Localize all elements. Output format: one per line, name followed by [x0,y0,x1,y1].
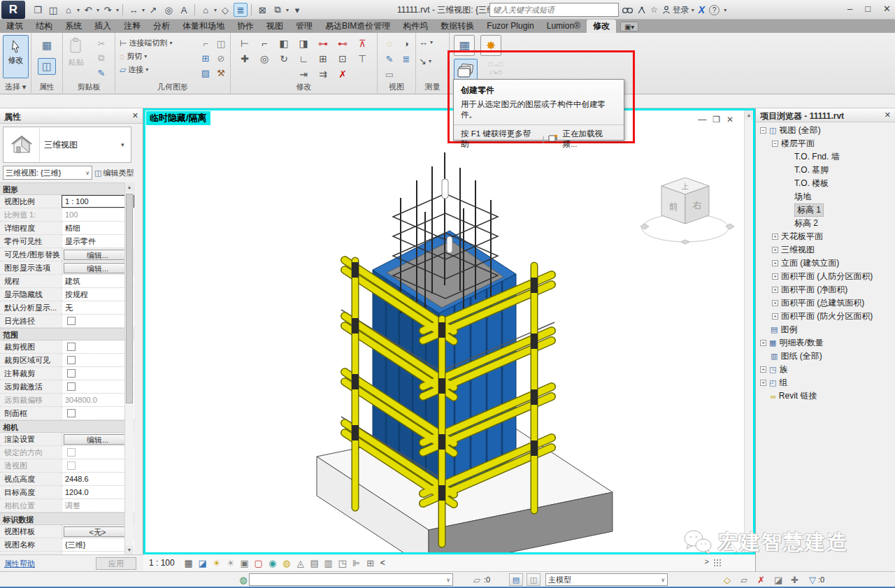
sun-path-icon[interactable]: ☀ [210,557,224,569]
scroll-down-icon[interactable]: ▼ [745,543,753,552]
displace-elements-icon[interactable]: ≣ [398,51,415,66]
tab-视图[interactable]: 视图 [260,20,289,33]
editing-requests-icon[interactable]: ▱ [470,573,484,586]
customize-qat-icon[interactable]: ▾ [290,3,304,17]
expand-view-control-icon[interactable]: < [380,558,385,568]
match-type-properties-icon[interactable]: ✎ [94,66,109,80]
tab-结构[interactable]: 结构 [29,20,59,33]
selection-filter-icon[interactable]: ▽ [806,573,819,586]
help-chevron-icon[interactable]: ▾ [724,7,726,13]
type-selector[interactable]: 三维视图 ▾ [3,127,131,163]
displace-elements-icon[interactable]: ◳ [336,557,350,569]
apply-button[interactable]: 应用 [96,557,136,570]
array-icon[interactable]: ⊞ [313,51,333,66]
reveal-constraints-icon[interactable]: ⊫ [350,557,364,569]
resize-grip[interactable] [713,559,722,567]
tab-管理[interactable]: 管理 [289,20,319,33]
tab-Fuzor Plugin[interactable]: Fuzor Plugin [480,20,540,33]
tab-Lumion®[interactable]: Lumion® [540,20,587,33]
active-workset-select[interactable]: ∨ [249,573,453,586]
expand-icon[interactable]: + [772,260,778,266]
view-scale-button[interactable]: 1 : 100 [149,558,175,568]
temporary-hide-isolate-icon[interactable]: ◉ [266,557,280,569]
switch-windows-icon[interactable]: ⧉ [271,3,285,17]
measure-icon[interactable]: ↗ [146,3,160,17]
property-value[interactable] [62,407,134,420]
drawing-area[interactable]: 上 前 右 临时隐藏/隔离 — ❐ ✕ ▲ ▼ [143,108,755,554]
measure-between-button[interactable]: ↔▾ [419,36,433,49]
section-icon[interactable]: ◇ [218,3,232,17]
override-graphics-icon[interactable]: ◑ [398,36,415,51]
section-header-相机[interactable]: 相机∧ [0,420,134,433]
view-restore-icon[interactable]: ❐ [713,115,720,124]
property-value[interactable]: 调整 [62,499,134,512]
cut-button[interactable]: ◌剪切▾ [120,50,172,63]
exchange-apps-icon[interactable]: X [699,4,705,15]
expand-icon[interactable]: + [760,366,766,373]
model-3d-view[interactable]: 上 前 右 [145,110,753,552]
split-face-icon[interactable]: ⊞ [198,51,213,65]
sync-with-central-icon-chevron[interactable]: ▾ [77,7,80,13]
properties-header[interactable]: 属性 [0,108,143,124]
tree-item-天花板平面[interactable]: +天花板平面 [757,230,894,243]
tree-item-明细表/数量[interactable]: +▦明细表/数量 [757,336,894,350]
edit-type-button[interactable]: ◫编辑类型 [94,166,139,180]
application-menu-button[interactable]: R [1,1,25,19]
checkbox[interactable] [67,409,76,417]
property-edit-button[interactable]: 编辑... [64,250,131,260]
tree-item-T.O. 基脚[interactable]: T.O. 基脚 [757,164,894,177]
default-3d-view-icon-chevron[interactable]: ▾ [214,7,217,13]
property-value[interactable]: 编辑... [62,261,134,274]
tree-item-T.O. Fnd. 墙[interactable]: T.O. Fnd. 墙 [757,150,894,164]
unpin-icon[interactable]: ⊼ [352,36,372,51]
collapse-icon[interactable]: − [760,127,766,134]
temporary-view-properties-icon[interactable]: ▤ [308,557,322,569]
minimize-button[interactable]: – [847,3,852,14]
tree-item-图纸 (全部)[interactable]: ▥图纸 (全部) [757,350,894,363]
favorites-icon[interactable]: ☆ [650,5,658,15]
property-value[interactable]: 1 : 100 [62,195,134,208]
paste-button[interactable]: 粘贴 [69,37,84,68]
type-properties-icon[interactable]: ◫ [38,58,56,75]
close-icon[interactable]: ✕ [885,110,891,120]
tab-体量和场地[interactable]: 体量和场地 [176,20,231,33]
modify-tool-button[interactable]: 修改 [3,35,29,78]
help-icon[interactable]: ? [709,5,719,15]
undo-icon-chevron[interactable]: ▾ [96,7,99,13]
scale-icon[interactable]: ⊡ [333,51,352,66]
tab-插入[interactable]: 插入 [88,20,117,33]
remove-paint-icon[interactable]: ⊘ [213,51,229,65]
drag-on-selection-icon[interactable]: ✚ [791,575,805,585]
section-header-范围[interactable]: 范围∧ [0,328,134,340]
sync-with-central-icon[interactable]: ⌂ [62,3,76,17]
section-header-图形[interactable]: 图形∧ [0,182,134,195]
sign-in[interactable]: 登录 ▾ [662,4,694,16]
tree-item-Revit 链接[interactable]: ∞Revit 链接 [757,389,894,403]
expand-icon[interactable]: + [772,287,778,293]
redo-icon-chevron[interactable]: ▾ [116,7,119,13]
select-underlay-icon[interactable]: ▱ [740,575,754,585]
collapse-icon[interactable]: − [772,141,778,147]
chevron-down-icon[interactable]: ▾ [121,141,131,148]
lock-3d-view-icon[interactable]: ⊞ [364,557,378,569]
tab-注释[interactable]: 注释 [117,20,147,33]
chevron-down-icon[interactable]: ▾ [144,53,147,59]
tree-item-楼层平面[interactable]: −楼层平面 [757,137,894,150]
property-value[interactable]: 编辑... [62,433,134,445]
project-browser-header[interactable]: 项目浏览器 - 11111.rvt [756,108,895,122]
view-vertical-scrollbar[interactable]: ▲ ▼ [744,110,753,552]
chevron-down-icon[interactable]: ▾ [145,66,148,73]
checkbox[interactable] [67,356,76,364]
aligned-dimension-icon[interactable]: ↔ [127,3,141,17]
properties-help-link[interactable]: 属性帮助 [4,559,35,569]
expand-icon[interactable]: + [760,380,766,386]
cut-icon[interactable]: ✂ [94,36,109,50]
trim-extend-single-icon[interactable]: ⇥ [294,66,313,82]
property-value[interactable] [62,367,134,380]
maximize-button[interactable]: □ [865,3,871,14]
design-options-button[interactable]: ◫ [527,573,540,586]
cutaway-icon[interactable]: ▭ [381,66,398,82]
expand-icon[interactable]: + [772,247,778,253]
split-element-icon[interactable]: ⊶ [313,36,333,51]
tree-item-图例[interactable]: ▤图例 [757,323,894,336]
